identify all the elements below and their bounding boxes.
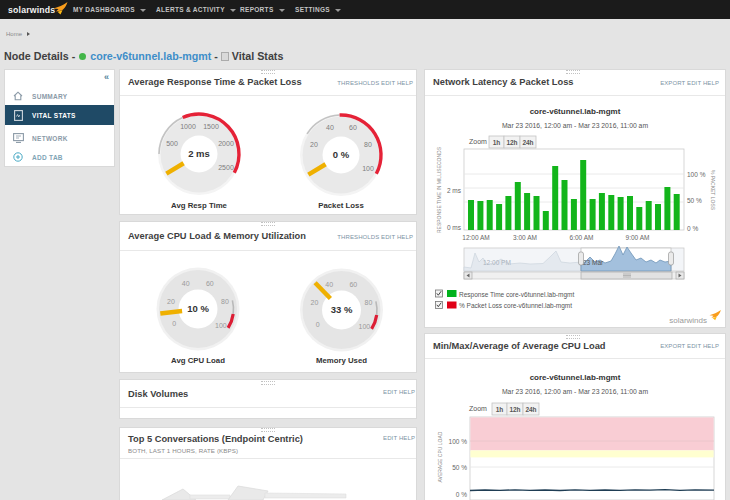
svg-text:60: 60 [349, 124, 357, 131]
svg-text:50 %: 50 % [452, 464, 467, 471]
svg-text:40: 40 [182, 280, 190, 287]
svg-text:12h: 12h [509, 406, 520, 413]
svg-text:% PACKET LOSS: % PACKET LOSS [710, 170, 716, 211]
svg-text:40: 40 [325, 281, 333, 288]
svg-text:Memory Used: Memory Used [316, 356, 367, 365]
svg-text:1000: 1000 [180, 123, 196, 130]
svg-text:9:00 AM: 9:00 AM [626, 234, 650, 241]
svg-text:24h: 24h [522, 139, 533, 146]
svg-text:60: 60 [349, 281, 357, 288]
svg-text:Mar 23 2016, 12:00 am - Mar 23: Mar 23 2016, 12:00 am - Mar 23 2016, 11:… [502, 122, 648, 129]
svg-text:24h: 24h [525, 406, 536, 413]
svg-text:12:00 PM: 12:00 PM [483, 259, 511, 266]
svg-text:80: 80 [365, 299, 373, 306]
svg-text:0 %: 0 % [456, 491, 467, 498]
svg-text:Avg CPU Load: Avg CPU Load [171, 356, 225, 365]
svg-text:Zoom: Zoom [469, 405, 487, 412]
svg-text:80: 80 [364, 141, 372, 148]
svg-text:80: 80 [221, 298, 229, 305]
svg-text:1h: 1h [493, 139, 501, 146]
svg-text:RESPONSE TIME IN MILLISECONDS: RESPONSE TIME IN MILLISECONDS [436, 146, 442, 233]
svg-text:100 %: 100 % [449, 438, 468, 445]
svg-text:0 %: 0 % [687, 225, 698, 232]
svg-text:33 %: 33 % [331, 304, 353, 315]
svg-text:60: 60 [206, 280, 214, 287]
svg-text:Response Time core-v6tunnel.la: Response Time core-v6tunnel.lab-mgmt [459, 291, 574, 299]
svg-text:500: 500 [166, 140, 178, 147]
svg-text:2000: 2000 [218, 140, 234, 147]
svg-text:0 %: 0 % [333, 149, 350, 160]
svg-text:0 ms: 0 ms [447, 224, 462, 231]
svg-text:20: 20 [167, 298, 175, 305]
svg-text:0: 0 [172, 320, 176, 327]
svg-text:50 %: 50 % [687, 197, 702, 204]
svg-text:Avg Resp Time: Avg Resp Time [171, 201, 228, 210]
svg-text:1h: 1h [496, 406, 504, 413]
svg-text:2 ms: 2 ms [447, 187, 462, 194]
svg-text:100: 100 [359, 323, 371, 330]
svg-text:100 %: 100 % [687, 171, 706, 178]
svg-text:AVERAGE CPU LOAD: AVERAGE CPU LOAD [437, 431, 443, 482]
svg-text:core-v6tunnel.lab-mgmt: core-v6tunnel.lab-mgmt [530, 107, 621, 116]
svg-text:2500: 2500 [218, 164, 234, 171]
svg-text:12:00 AM: 12:00 AM [462, 234, 489, 241]
svg-text:40: 40 [326, 124, 334, 131]
svg-text:core-v6tunnel.lab-mgmt: core-v6tunnel.lab-mgmt [530, 373, 621, 382]
svg-text:3:00 AM: 3:00 AM [513, 234, 537, 241]
svg-text:2 ms: 2 ms [188, 148, 210, 159]
svg-text:0: 0 [316, 321, 320, 328]
svg-text:10 %: 10 % [187, 303, 209, 314]
svg-text:Mar 23 2016, 12:00 am - Mar 23: Mar 23 2016, 12:00 am - Mar 23 2016, 11:… [502, 388, 648, 395]
svg-text:1500: 1500 [203, 123, 219, 130]
svg-text:100: 100 [362, 165, 374, 172]
svg-text:% Packet Loss core-v6tunnel.la: % Packet Loss core-v6tunnel.lab-mgmt [459, 302, 572, 310]
svg-text:6:00 AM: 6:00 AM [570, 234, 594, 241]
svg-text:20: 20 [311, 299, 319, 306]
svg-text:Packet Loss: Packet Loss [318, 201, 364, 210]
svg-text:solarwinds: solarwinds [669, 316, 707, 325]
svg-text:Zoom: Zoom [469, 138, 487, 145]
svg-text:20: 20 [310, 141, 318, 148]
svg-text:12h: 12h [506, 139, 517, 146]
svg-text:100: 100 [215, 322, 227, 329]
svg-text:23 Mar: 23 Mar [583, 259, 604, 266]
